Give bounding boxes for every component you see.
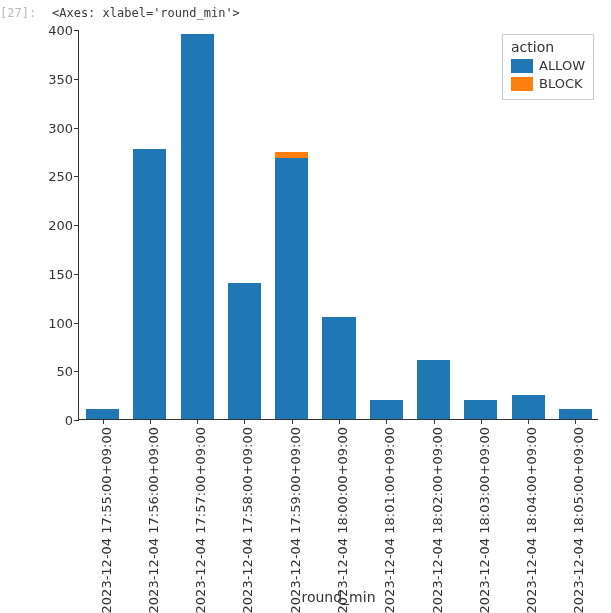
cell-output-repr: <Axes: xlabel='round_min'>	[52, 6, 240, 20]
legend-entry-allow: ALLOW	[511, 57, 585, 75]
legend-label-block: BLOCK	[539, 75, 583, 93]
y-tick-label: 100	[35, 315, 73, 330]
y-tick-label: 0	[35, 413, 73, 428]
chart-axes: 050100150200250300350400 2023-12-04 17:5…	[78, 30, 598, 420]
x-tick-label: 2023-12-04 18:00:00+09:00	[335, 427, 350, 613]
bar-group	[275, 152, 308, 419]
bar-group	[512, 395, 545, 419]
legend: action ALLOW BLOCK	[502, 34, 594, 100]
x-tick-label: 2023-12-04 17:58:00+09:00	[240, 427, 255, 613]
y-tick-label: 350	[35, 71, 73, 86]
bar-allow	[370, 400, 403, 420]
bar-allow	[86, 409, 119, 419]
bar-group	[370, 400, 403, 420]
x-tick-label: 2023-12-04 18:05:00+09:00	[571, 427, 586, 613]
legend-swatch-block	[511, 77, 533, 91]
bar-group	[133, 149, 166, 419]
bar-allow	[181, 34, 214, 419]
x-tick-label: 2023-12-04 18:01:00+09:00	[382, 427, 397, 613]
y-tick-label: 300	[35, 120, 73, 135]
cell-prompt: [27]:	[0, 6, 36, 20]
x-tick-label: 2023-12-04 17:55:00+09:00	[99, 427, 114, 613]
bar-allow	[275, 158, 308, 419]
x-tick-label: 2023-12-04 18:03:00+09:00	[477, 427, 492, 613]
bar-group	[559, 409, 592, 419]
y-tick-label: 400	[35, 23, 73, 38]
legend-entry-block: BLOCK	[511, 75, 585, 93]
legend-swatch-allow	[511, 59, 533, 73]
x-tick-label: 2023-12-04 18:02:00+09:00	[430, 427, 445, 613]
bar-group	[228, 283, 261, 419]
x-tick-label: 2023-12-04 17:56:00+09:00	[146, 427, 161, 613]
x-tick-label: 2023-12-04 18:04:00+09:00	[524, 427, 539, 613]
bar-group	[181, 34, 214, 419]
y-tick-label: 150	[35, 266, 73, 281]
bar-allow	[133, 149, 166, 419]
bar-group	[417, 360, 450, 419]
y-tick-label: 250	[35, 169, 73, 184]
bar-group	[464, 400, 497, 420]
legend-title: action	[511, 39, 585, 55]
x-axis-label: round_min	[301, 589, 375, 605]
x-tick-label: 2023-12-04 17:59:00+09:00	[288, 427, 303, 613]
y-tick-label: 200	[35, 218, 73, 233]
bar-allow	[559, 409, 592, 419]
x-tick-label: 2023-12-04 17:57:00+09:00	[193, 427, 208, 613]
bar-allow	[417, 360, 450, 419]
bar-group	[86, 409, 119, 419]
bar-allow	[322, 317, 355, 419]
bar-allow	[512, 395, 545, 419]
bar-allow	[228, 283, 261, 419]
bar-group	[322, 317, 355, 419]
legend-label-allow: ALLOW	[539, 57, 585, 75]
y-tick-label: 50	[35, 364, 73, 379]
bar-allow	[464, 400, 497, 420]
